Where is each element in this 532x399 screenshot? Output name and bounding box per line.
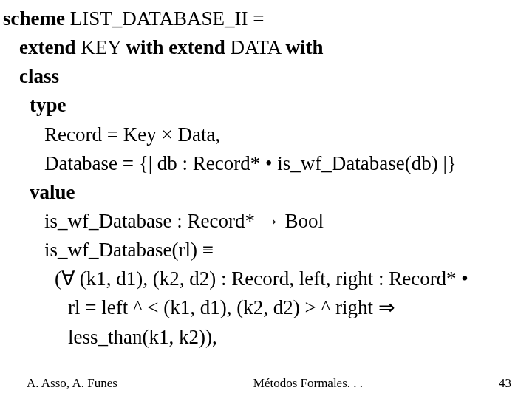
code-line-5: Record = Key × Data, <box>3 120 526 149</box>
l2e: DATA <box>225 36 286 58</box>
kw-extend-1: extend <box>19 36 76 58</box>
code-line-8: is_wf_Database : Record* → Bool <box>3 207 526 236</box>
kw-with-2: with <box>286 36 324 58</box>
slide: scheme LIST_DATABASE_II = extend KEY wit… <box>0 0 532 399</box>
code-line-9: is_wf_Database(rl) ≡ <box>3 236 526 265</box>
l2b: KEY <box>76 36 126 58</box>
code-line-2: extend KEY with extend DATA with <box>3 33 526 62</box>
code-line-1: scheme LIST_DATABASE_II = <box>3 4 526 33</box>
code-line-11: rl = left ^ < (k1, d1), (k2, d2) > ^ rig… <box>3 293 526 322</box>
code-line-12: less_than(k1, k2)), <box>3 323 526 352</box>
l1-rest: LIST_DATABASE_II = <box>65 7 265 30</box>
footer-authors: A. Asso, A. Funes <box>27 375 117 393</box>
kw-scheme: scheme <box>3 7 65 30</box>
code-line-6: Database = {| db : Record* • is_wf_Datab… <box>3 149 526 178</box>
kw-type: type <box>3 91 526 120</box>
code-line-10: (∀ (k1, d1), (k2, d2) : Record, left, ri… <box>3 265 526 293</box>
footer-title: Métodos Formales. . . <box>253 375 363 393</box>
kw-extend-2: extend <box>168 36 225 58</box>
kw-with-1: with <box>126 36 169 58</box>
kw-class: class <box>3 62 526 91</box>
kw-value: value <box>3 178 526 207</box>
footer: A. Asso, A. Funes Métodos Formales. . . … <box>0 375 532 393</box>
page-number: 43 <box>499 375 511 393</box>
